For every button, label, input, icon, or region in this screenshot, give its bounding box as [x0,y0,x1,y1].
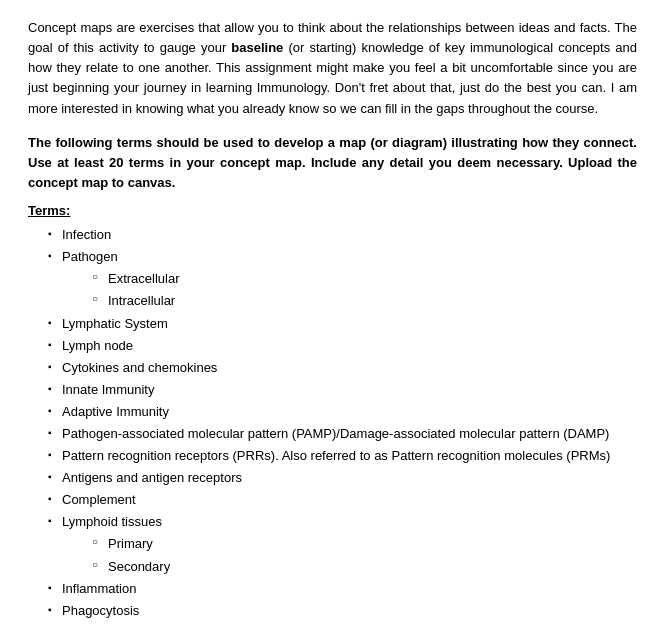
list-item: Secondary [92,556,637,578]
terms-list: Infection Pathogen Extracellular Intrace… [28,224,637,624]
list-item: Cytokines and chemokines [48,357,637,379]
list-item: Antigens and antigen receptors [48,467,637,489]
list-item: Primary [92,533,637,555]
list-item: Pathogen-associated molecular pattern (P… [48,423,637,445]
list-item: Extracellular [92,268,637,290]
instruction-block: The following terms should be used to de… [28,133,637,193]
list-item: Lymphoid tissues Primary Secondary [48,511,637,577]
list-item: Pattern recognition receptors (PRRs). Al… [48,445,637,467]
instruction-text: The following terms should be used to de… [28,135,637,190]
list-item: Phagocytosis [48,600,637,622]
list-item: Lymphatic System [48,313,637,335]
list-item: Infection [48,224,637,246]
list-item: Innate Immunity [48,379,637,401]
list-item: Adaptive Immunity [48,401,637,423]
list-item: Inflammation [48,578,637,600]
list-item: Intracellular [92,290,637,312]
terms-label: Terms: [28,203,637,218]
baseline-word: baseline [231,40,283,55]
list-item: Pathogen Extracellular Intracellular [48,246,637,312]
list-item: Complement [48,489,637,511]
list-item: Lymph node [48,335,637,357]
intro-paragraph: Concept maps are exercises that allow yo… [28,18,637,119]
